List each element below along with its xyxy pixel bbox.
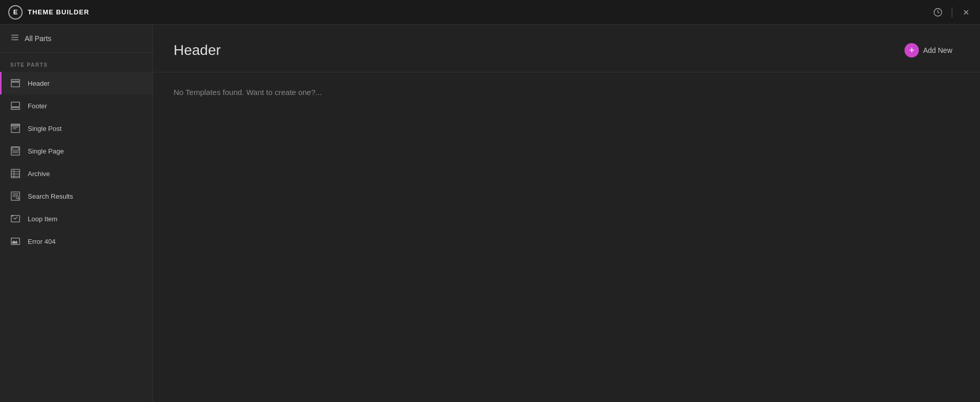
svg-point-31 (12, 215, 13, 216)
loop-item-icon (10, 214, 21, 224)
sidebar-item-footer[interactable]: Footer (0, 94, 153, 117)
site-parts-label: SITE PARTS (0, 53, 153, 72)
sidebar-item-archive[interactable]: Archive (0, 162, 153, 185)
svg-rect-7 (11, 82, 20, 87)
sidebar-item-label-loop-item: Loop Item (28, 215, 58, 223)
sidebar-item-loop-item[interactable]: Loop Item (0, 207, 153, 230)
search-results-icon (10, 191, 21, 201)
svg-text:404: 404 (12, 241, 17, 244)
all-parts-icon (10, 33, 20, 44)
sidebar-item-header[interactable]: Header (0, 72, 153, 94)
top-bar: E THEME BUILDER (0, 0, 980, 25)
sidebar-item-label-error-404: Error 404 (28, 238, 55, 245)
sidebar-item-label-single-post: Single Post (28, 125, 62, 132)
svg-line-29 (18, 199, 19, 200)
add-new-circle-icon: + (904, 43, 919, 58)
single-page-icon (10, 146, 21, 156)
close-icon[interactable] (960, 7, 972, 18)
svg-point-28 (16, 196, 18, 199)
svg-rect-8 (11, 102, 20, 107)
history-icon[interactable] (932, 7, 944, 18)
top-bar-left: E THEME BUILDER (8, 5, 89, 20)
main-area: All Parts SITE PARTS Header Footer (0, 25, 980, 402)
content-area: Header + Add New No Templates found. Wan… (153, 25, 980, 402)
sidebar-header-title: All Parts (25, 34, 51, 43)
top-bar-divider (952, 7, 952, 17)
content-title: Header (174, 42, 221, 59)
archive-icon (10, 168, 21, 179)
sidebar-item-error-404[interactable]: 404 Error 404 (0, 230, 153, 253)
svg-rect-6 (11, 80, 20, 82)
single-post-icon (10, 123, 21, 133)
sidebar: All Parts SITE PARTS Header Footer (0, 25, 153, 402)
content-body: No Templates found. Want to create one?.… (153, 72, 980, 402)
sidebar-item-single-page[interactable]: Single Page (0, 140, 153, 162)
sidebar-item-search-results[interactable]: Search Results (0, 185, 153, 207)
error-404-icon: 404 (10, 236, 21, 246)
empty-message: No Templates found. Want to create one?.… (174, 88, 959, 97)
svg-rect-14 (11, 124, 20, 126)
app-logo: E (8, 5, 23, 20)
sidebar-item-label-footer: Footer (28, 102, 47, 110)
sidebar-item-label-search-results: Search Results (28, 193, 73, 200)
svg-rect-15 (11, 147, 20, 155)
sidebar-item-label-header: Header (28, 80, 50, 87)
sidebar-item-single-post[interactable]: Single Post (0, 117, 153, 140)
svg-rect-9 (11, 108, 20, 110)
sidebar-header[interactable]: All Parts (0, 25, 153, 53)
top-bar-right (932, 7, 972, 18)
add-new-label: Add New (923, 46, 952, 54)
sidebar-item-label-single-page: Single Page (28, 147, 64, 155)
footer-icon (10, 101, 21, 111)
sidebar-item-label-archive: Archive (28, 170, 50, 178)
add-new-button[interactable]: + Add New (897, 39, 959, 62)
app-title: THEME BUILDER (28, 8, 89, 16)
content-header: Header + Add New (153, 25, 980, 72)
svg-rect-24 (11, 192, 20, 200)
svg-rect-16 (12, 148, 19, 150)
header-icon (10, 78, 21, 88)
